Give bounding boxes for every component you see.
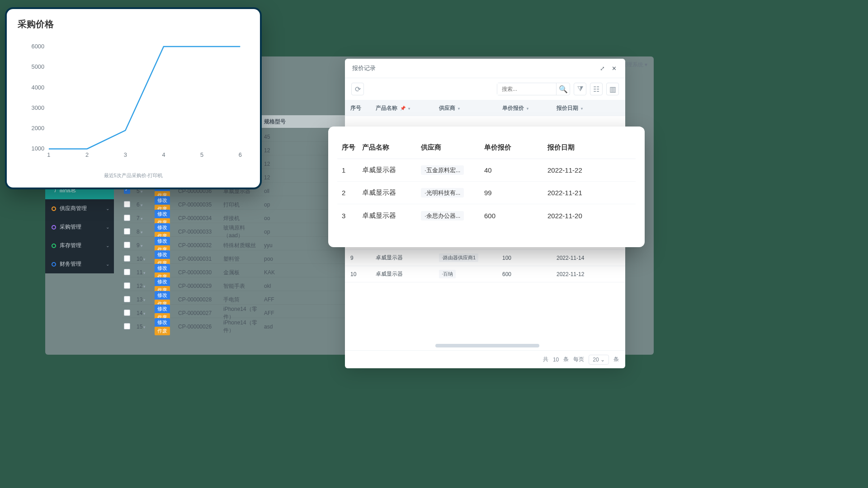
table-row[interactable]: 10 卓威显示器 ·百纳 600 2022-11-12	[345, 266, 625, 282]
dot-icon	[52, 262, 56, 267]
table-row[interactable]: 11▾ 修改作废 CP-00000030 金属板 KAK	[122, 263, 348, 277]
cell-code: CP-00000034	[178, 215, 223, 221]
edit-button[interactable]: 修改	[155, 237, 170, 245]
svg-text:3: 3	[124, 151, 127, 158]
sidebar-item-finance[interactable]: 财务管理⌄	[45, 255, 114, 273]
row-checkbox[interactable]	[124, 310, 130, 316]
search-button[interactable]: 🔍	[556, 83, 570, 95]
table-row[interactable]: 13▾ 修改作废 CP-00000028 手电筒 AFF	[122, 291, 348, 304]
table-row[interactable]: 10▾ 修改作废 CP-00000031 塑料管 poo	[122, 250, 348, 263]
table-row[interactable]: 6▾ 修改作废 CP-00000035 打印机 op	[122, 196, 348, 209]
supplier-tag[interactable]: ·光明科技有...	[421, 188, 464, 197]
edit-button[interactable]: 修改	[155, 223, 170, 232]
row-index: 7▾	[137, 215, 155, 221]
table-row[interactable]: 15▾ 修改作废 CP-00000026 iPhone14（零件） asd	[122, 318, 348, 331]
row-checkbox[interactable]	[124, 255, 130, 262]
col-price: 单价报价	[484, 143, 547, 152]
close-icon[interactable]: ✕	[612, 65, 618, 71]
sort-icon[interactable]: ▾	[527, 107, 528, 111]
cell-name: 玻璃原料（aad）	[223, 224, 264, 239]
table-row[interactable]: 9 卓威显示器 ·路由器供应商1 100 2022-11-14	[345, 250, 625, 266]
sort-icon[interactable]: ▾	[581, 107, 583, 111]
edit-button[interactable]: 修改	[155, 318, 170, 327]
svg-text:4000: 4000	[32, 84, 44, 91]
chart-button[interactable]: ▥	[606, 83, 619, 95]
filter-icon: ⧩	[577, 85, 583, 93]
supplier-tag[interactable]: ·百纳	[439, 270, 456, 278]
row-index: 12▾	[137, 283, 155, 289]
edit-button[interactable]: 修改	[155, 277, 170, 286]
table-row[interactable]: 3 卓威显示器 ·余思办公器... 600 2022-11-20	[337, 204, 636, 227]
search-input[interactable]	[497, 83, 556, 95]
cell-name: 金属板	[223, 269, 264, 277]
svg-text:2000: 2000	[32, 125, 44, 131]
cell-code: CP-00000026	[178, 324, 223, 330]
pin-icon[interactable]: 📌	[400, 106, 406, 111]
cell-date: 2022-11-20	[547, 212, 611, 220]
row-checkbox[interactable]	[124, 242, 130, 248]
table-row[interactable]: 12▾ 修改作废 CP-00000029 智能手表 okl	[122, 277, 348, 291]
cell-seq: 1	[337, 166, 362, 174]
cell-name: iPhone14（零件）	[223, 319, 264, 334]
row-checkbox[interactable]	[124, 215, 130, 221]
row-checkbox[interactable]	[124, 296, 130, 302]
chart-subtitle: 最近5次产品采购价-打印机	[18, 172, 249, 179]
table-row[interactable]: 7▾ 修改作废 CP-00000034 焊接机 oo	[122, 209, 348, 223]
chevron-down-icon: ⌄	[106, 262, 109, 267]
dot-icon	[52, 225, 56, 230]
col-spec[interactable]: 规格型号	[264, 118, 286, 125]
edit-button[interactable]: 修改	[155, 196, 170, 205]
void-button[interactable]: 作废	[155, 327, 170, 335]
cell-price: 600	[502, 271, 557, 277]
cell-spec: AFF	[264, 296, 314, 303]
row-checkbox[interactable]	[124, 323, 130, 329]
row-checkbox[interactable]	[124, 188, 130, 194]
edit-button[interactable]: 修改	[155, 210, 170, 218]
row-index: 6▾	[137, 202, 155, 208]
svg-text:1: 1	[47, 151, 50, 158]
cell-name: 塑料管	[223, 255, 264, 263]
columns-button[interactable]: ☷	[590, 83, 603, 95]
table-row[interactable]: 8▾ 修改作废 CP-00000033 玻璃原料（aad） op	[122, 223, 348, 236]
cell-name: 卓威显示器	[362, 188, 421, 197]
overlay-header: 序号 产品名称 供应商 单价报价 报价日期	[337, 136, 636, 159]
sidebar-item-purchase[interactable]: 采购管理⌄	[45, 218, 114, 236]
col-price[interactable]: 单价报价▾	[502, 104, 557, 112]
supplier-tag[interactable]: ·五金原料宏...	[421, 165, 464, 175]
sort-icon[interactable]: ▾	[408, 107, 410, 111]
supplier-tag[interactable]: ·余思办公器...	[421, 211, 464, 221]
col-supplier[interactable]: 供应商▾	[439, 104, 502, 112]
sidebar-item-supplier[interactable]: 供应商管理⌄	[45, 199, 114, 218]
page-size-select[interactable]: 20 ⌄	[589, 355, 609, 365]
cell-spec: okl	[264, 283, 314, 289]
edit-button[interactable]: 修改	[155, 250, 170, 259]
sidebar-item-inventory[interactable]: 库存管理⌄	[45, 236, 114, 255]
bar-chart-icon: ▥	[609, 85, 616, 94]
row-checkbox[interactable]	[124, 201, 130, 207]
col-seq[interactable]: 序号	[350, 104, 376, 112]
horizontal-scrollbar[interactable]	[435, 344, 539, 347]
table-row[interactable]: 2 卓威显示器 ·光明科技有... 99 2022-11-21	[337, 182, 636, 204]
line-chart: 100020003000400050006000 123456	[18, 37, 249, 172]
expand-icon[interactable]: ⤢	[600, 65, 606, 71]
row-checkbox[interactable]	[124, 269, 130, 275]
refresh-button[interactable]: ⟳	[351, 83, 364, 95]
row-checkbox[interactable]	[124, 228, 130, 235]
edit-button[interactable]: 修改	[155, 264, 170, 272]
cell-code: CP-00000028	[178, 296, 223, 303]
col-name[interactable]: 产品名称📌▾	[376, 104, 439, 112]
cell-price: 40	[484, 166, 547, 174]
table-row[interactable]: 1 卓威显示器 ·五金原料宏... 40 2022-11-22	[337, 159, 636, 182]
cell-seq: 2	[337, 189, 362, 197]
chevron-down-icon: ⌄	[106, 243, 109, 248]
edit-button[interactable]: 修改	[155, 291, 170, 300]
edit-button[interactable]: 修改	[155, 305, 170, 313]
filter-button[interactable]: ⧩	[574, 83, 586, 95]
supplier-tag[interactable]: ·路由器供应商1	[439, 253, 478, 262]
col-name: 产品名称	[362, 143, 421, 152]
cell-name: 卓威显示器	[376, 270, 439, 278]
table-row[interactable]: 14▾ 修改作废 CP-00000027 iPhone14（零件） AFF	[122, 304, 348, 318]
col-date[interactable]: 报价日期▾	[557, 104, 625, 112]
sort-icon[interactable]: ▾	[458, 107, 460, 111]
row-checkbox[interactable]	[124, 282, 130, 289]
